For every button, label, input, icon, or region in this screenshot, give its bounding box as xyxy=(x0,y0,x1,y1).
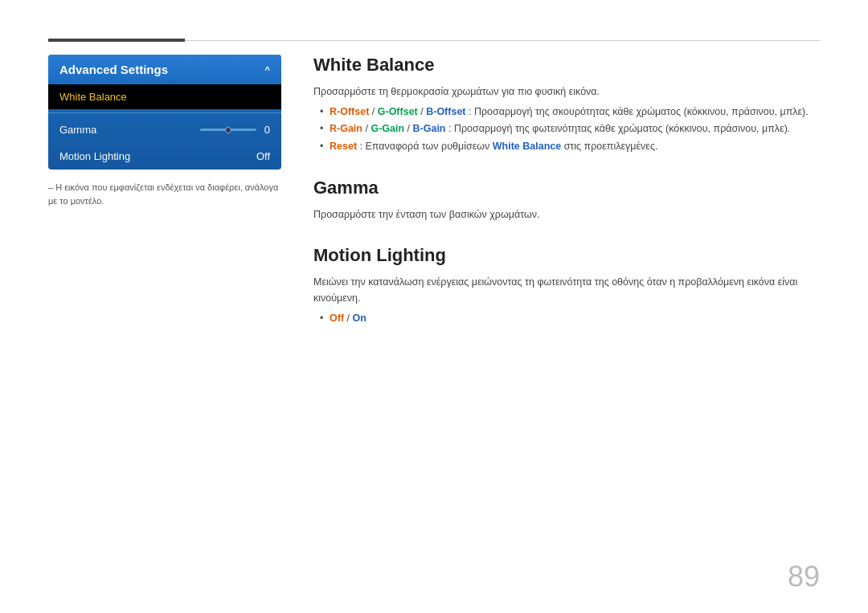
right-content: White Balance Προσαρμόστε τη θερμοκρασία… xyxy=(313,55,820,349)
section-gamma-intro: Προσαρμόστε την ένταση των βασικών χρωμά… xyxy=(313,206,820,223)
section-motion-intro: Μειώνει την κατανάλωση ενέργειας μειώνον… xyxy=(313,274,820,306)
page-number: 89 xyxy=(788,560,820,594)
section-gamma: Gamma Προσαρμόστε την ένταση των βασικών… xyxy=(313,178,820,223)
gain-desc: : Προσαρμογή της φωτεινότητας κάθε χρώμα… xyxy=(448,123,790,134)
gamma-right: 0 xyxy=(200,124,270,136)
menu-item-white-balance[interactable]: White Balance xyxy=(48,84,281,109)
g-offset-label: G-Offset xyxy=(378,106,418,117)
advanced-settings-label: Advanced Settings xyxy=(59,63,168,76)
reset-desc-1: : Επαναφορά των ρυθμίσεων xyxy=(360,141,493,152)
chevron-up-icon: ^ xyxy=(265,65,270,75)
white-balance-ref: White Balance xyxy=(493,141,561,152)
slash-1: / xyxy=(372,106,378,117)
section-white-balance: White Balance Προσαρμόστε τη θερμοκρασία… xyxy=(313,55,820,155)
section-white-balance-bullets: R-Offset / G-Offset / B-Offset : Προσαρμ… xyxy=(313,104,820,155)
b-gain-label: B-Gain xyxy=(413,123,446,134)
advanced-settings-title: Advanced Settings ^ xyxy=(48,55,281,84)
r-offset-label: R-Offset xyxy=(330,106,369,117)
b-offset-label: B-Offset xyxy=(426,106,465,117)
bullet-motion-1: Off / On xyxy=(320,310,820,327)
off-on-slash: / xyxy=(347,313,353,324)
left-panel: Advanced Settings ^ White Balance Gamma … xyxy=(48,55,281,207)
gamma-value: 0 xyxy=(264,124,270,136)
off-label: Off xyxy=(330,313,344,324)
reset-desc-2: στις προεπιλεγμένες. xyxy=(564,141,658,152)
reset-label: Reset xyxy=(330,141,357,152)
top-decorative-lines xyxy=(48,39,820,42)
top-line-light xyxy=(185,40,820,41)
gamma-slider-thumb xyxy=(225,127,231,133)
top-line-dark xyxy=(48,39,185,42)
menu-item-gamma[interactable]: Gamma 0 xyxy=(48,116,281,143)
menu-item-motion-label: Motion Lighting xyxy=(59,150,130,162)
divider xyxy=(48,112,281,113)
section-gamma-heading: Gamma xyxy=(313,178,820,198)
menu-item-gamma-label: Gamma xyxy=(59,124,96,136)
section-motion-bullets: Off / On xyxy=(313,310,820,327)
advanced-settings-box: Advanced Settings ^ White Balance Gamma … xyxy=(48,55,281,170)
slash-4: / xyxy=(407,123,413,134)
footnote: Η εικόνα που εμφανίζεται ενδέχεται να δι… xyxy=(48,181,281,207)
on-label: On xyxy=(353,313,366,324)
section-white-balance-intro: Προσαρμόστε τη θερμοκρασία χρωμάτων για … xyxy=(313,84,820,100)
menu-item-motion-lighting[interactable]: Motion Lighting Off xyxy=(48,143,281,170)
r-gain-label: R-Gain xyxy=(330,123,362,134)
section-motion-heading: Motion Lighting xyxy=(313,245,820,266)
section-white-balance-heading: White Balance xyxy=(313,55,820,76)
bullet-wb-1: R-Offset / G-Offset / B-Offset : Προσαρμ… xyxy=(320,104,820,121)
gamma-slider-track[interactable] xyxy=(200,129,256,131)
g-gain-label: G-Gain xyxy=(371,123,404,134)
bullet-wb-2: R-Gain / G-Gain / B-Gain : Προσαρμογή τη… xyxy=(320,121,820,137)
bullet-wb-3: Reset : Επαναφορά των ρυθμίσεων White Ba… xyxy=(320,138,820,155)
menu-item-white-balance-label: White Balance xyxy=(59,91,127,103)
offset-desc: : Προσαρμογή της σκουρότητας κάθε χρώματ… xyxy=(469,106,809,117)
section-motion-lighting: Motion Lighting Μειώνει την κατανάλωση ε… xyxy=(313,245,820,327)
menu-item-motion-value: Off xyxy=(256,150,270,162)
